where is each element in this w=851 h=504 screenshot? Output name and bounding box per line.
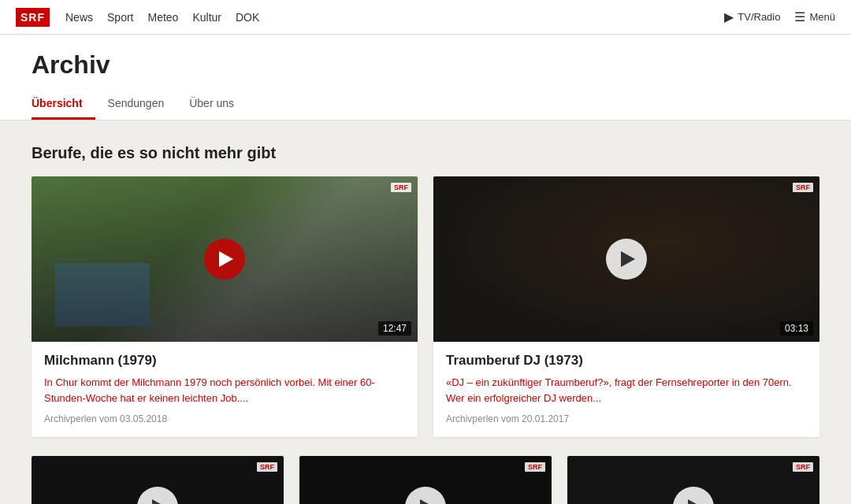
play-button-dj[interactable] xyxy=(606,239,647,280)
card-desc-milchmann: In Chur kommt der Milchmann 1979 noch pe… xyxy=(44,375,405,406)
duration-dj: 03:13 xyxy=(780,321,813,335)
srf-badge-small-1: SRF xyxy=(257,462,277,472)
thumbnail-small-1[interactable]: SRF xyxy=(32,456,284,504)
play-button-small-3[interactable] xyxy=(673,487,714,504)
play-button-small-1[interactable] xyxy=(137,487,178,504)
card-title-milchmann: Milchmann (1979) xyxy=(44,353,405,369)
tab-uber-uns[interactable]: Über uns xyxy=(189,91,247,120)
srf-badge-small-3: SRF xyxy=(793,462,813,472)
section-title: Berufe, die es so nicht mehr gibt xyxy=(32,144,819,162)
duration-milchmann: 12:47 xyxy=(378,321,411,335)
menu-label: Menü xyxy=(809,11,835,23)
large-cards-grid: 12:47 SRF Milchmann (1979) In Chur kommt… xyxy=(32,176,819,437)
thumbnail-small-3[interactable]: SRF xyxy=(567,456,819,504)
thumbnail-dj[interactable]: 03:13 SRF xyxy=(433,176,819,342)
menu-icon: ☰ xyxy=(794,9,805,24)
play-button-small-2[interactable] xyxy=(405,487,446,504)
nav-news[interactable]: News xyxy=(65,11,93,24)
menu-button[interactable]: ☰ Menü xyxy=(794,9,835,24)
card-dj: 03:13 SRF Traumberuf DJ (1973) «DJ – ein… xyxy=(433,176,819,437)
tv-radio-label: TV/Radio xyxy=(738,11,780,23)
thumbnail-small-2[interactable]: SRF xyxy=(299,456,552,504)
play-triangle-icon-dj xyxy=(621,251,635,267)
play-triangle-icon xyxy=(219,251,233,267)
srf-logo[interactable]: SRF xyxy=(16,8,50,27)
tabs-bar: Übersicht Sendungen Über uns xyxy=(32,91,819,120)
nav-dok[interactable]: DOK xyxy=(236,11,259,24)
tv-radio-button[interactable]: ▶ TV/Radio xyxy=(724,9,780,24)
play-icon-small-3 xyxy=(688,499,702,504)
nav-kultur[interactable]: Kultur xyxy=(192,11,221,24)
tab-sendungen[interactable]: Sendungen xyxy=(108,91,177,120)
thumbnail-milchmann[interactable]: 12:47 SRF xyxy=(32,176,418,342)
page-title: Archiv xyxy=(32,50,819,80)
srf-badge-milchmann: SRF xyxy=(391,183,411,192)
card-milchmann: 12:47 SRF Milchmann (1979) In Chur kommt… xyxy=(32,176,418,437)
small-card-1: SRF xyxy=(32,456,284,504)
play-icon-small-2 xyxy=(420,499,434,504)
small-card-3: SRF xyxy=(567,456,819,504)
small-cards-grid: SRF SRF SRF xyxy=(32,456,819,504)
tab-ubersicht[interactable]: Übersicht xyxy=(32,91,95,120)
main-content: Berufe, die es so nicht mehr gibt 12:47 … xyxy=(0,120,851,504)
play-icon-small-1 xyxy=(152,499,166,504)
card-body-dj: Traumberuf DJ (1973) «DJ – ein zukünftig… xyxy=(433,342,819,437)
small-card-2: SRF xyxy=(299,456,552,504)
nav-meteo[interactable]: Meteo xyxy=(147,11,178,24)
card-meta-milchmann: Archivperlen vom 03.05.2018 xyxy=(44,413,405,424)
main-nav: News Sport Meteo Kultur DOK xyxy=(65,11,724,24)
site-header: SRF News Sport Meteo Kultur DOK ▶ TV/Rad… xyxy=(0,0,851,35)
play-circle-icon: ▶ xyxy=(724,9,734,24)
card-body-milchmann: Milchmann (1979) In Chur kommt der Milch… xyxy=(32,342,418,437)
srf-badge-small-2: SRF xyxy=(525,462,545,472)
nav-sport[interactable]: Sport xyxy=(107,11,133,24)
card-title-dj: Traumberuf DJ (1973) xyxy=(446,353,807,369)
card-desc-dj: «DJ – ein zukünftiger Traumberuf?», frag… xyxy=(446,375,807,406)
srf-badge-dj: SRF xyxy=(793,183,813,192)
page-title-area: Archiv Übersicht Sendungen Über uns xyxy=(0,35,851,120)
header-right: ▶ TV/Radio ☰ Menü xyxy=(724,9,835,24)
card-meta-dj: Archivperlen vom 20.01.2017 xyxy=(446,413,807,424)
play-button-milchmann[interactable] xyxy=(204,239,245,280)
